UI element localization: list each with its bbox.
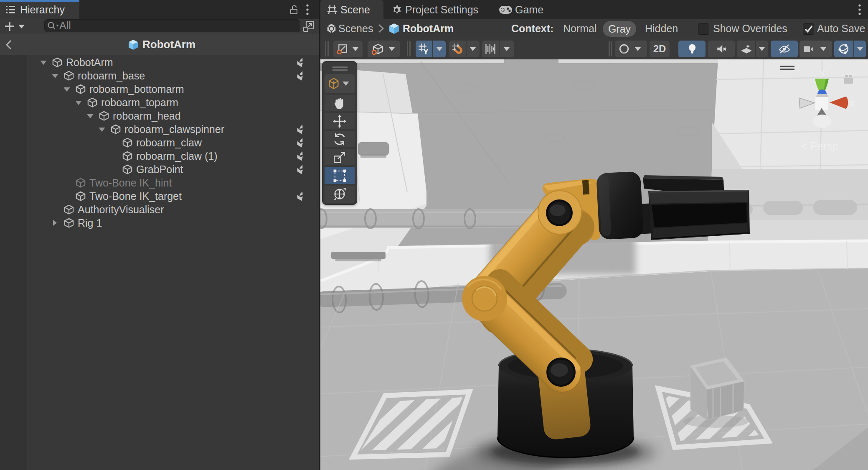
svg-text:Y: Y	[423, 47, 429, 55]
svg-text:x: x	[850, 97, 855, 109]
svg-text:< Persp: < Persp	[801, 140, 838, 152]
svg-text:y: y	[820, 66, 825, 78]
